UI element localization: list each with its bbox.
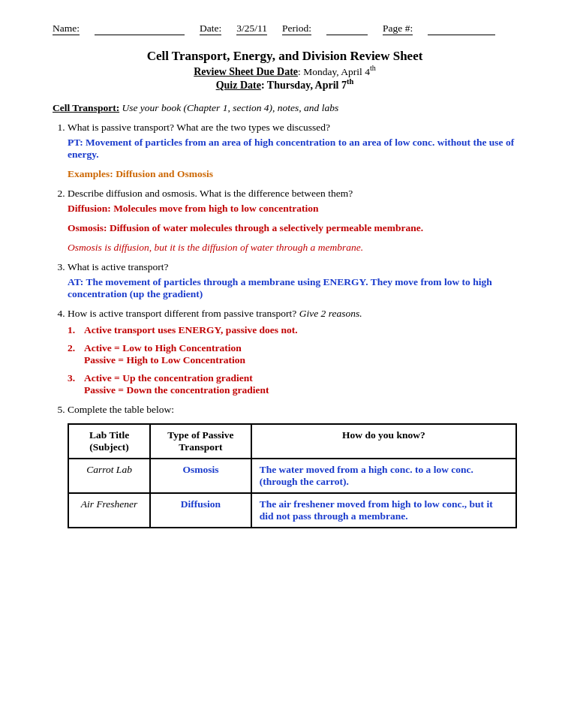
review-due-label: Review Sheet Due Date <box>194 66 298 77</box>
q1-item: What is passive transport? What are the … <box>68 122 517 180</box>
q2-osmosis1: Osmosis: Diffusion of water molecules th… <box>68 222 517 234</box>
col1-header: Lab Title (Subject) <box>68 424 150 459</box>
q4-text: How is active transport different from p… <box>68 308 296 319</box>
section-heading: Cell Transport: <box>53 102 119 113</box>
period-blank <box>326 23 368 35</box>
page-blank <box>428 23 495 35</box>
q4-item: How is active transport different from p… <box>68 308 517 396</box>
row1-how: The water moved from a high conc. to a l… <box>251 459 516 493</box>
q4-a2-line2: Passive = High to Low Concentration <box>84 354 245 366</box>
section-subheading: Use your book (Chapter 1, section 4), no… <box>122 102 339 113</box>
q4-a3-line2: Passive = Down the concentration gradien… <box>84 384 269 396</box>
review-due-sup: th <box>370 64 376 72</box>
header: Name: Date: 3/25/11 Period: Page #: <box>53 23 517 35</box>
row2-how: The air freshener moved from high to low… <box>251 493 516 528</box>
q4-num1: 1. <box>68 324 78 336</box>
q2-diffusion: Diffusion: Molecules move from high to l… <box>68 203 517 215</box>
name-label: Name: <box>53 23 80 35</box>
name-blank <box>95 23 185 35</box>
q4-sub3: 3. Active = Up the concentration gradien… <box>68 372 517 396</box>
q1-text: What is passive transport? What are the … <box>68 122 330 133</box>
q3-item: What is active transport? AT: The moveme… <box>68 261 517 300</box>
row1-transport: Osmosis <box>150 459 251 493</box>
period-label: Period: <box>282 23 311 35</box>
table-row: Carrot Lab Osmosis The water moved from … <box>68 459 516 493</box>
date-value: 3/25/11 <box>236 23 267 35</box>
review-due-line: Review Sheet Due Date: Monday, April 4th <box>53 64 517 78</box>
transport-table: Lab Title (Subject) Type of Passive Tran… <box>68 423 517 528</box>
q1-answer1: PT: Movement of particles from an area o… <box>68 137 517 161</box>
table-header-row: Lab Title (Subject) Type of Passive Tran… <box>68 424 516 459</box>
table-row: Air Freshener Diffusion The air freshene… <box>68 493 516 528</box>
q2-item: Describe diffusion and osmosis. What is … <box>68 188 517 254</box>
q4-a2-line1: Active = Low to High Concentration <box>84 342 245 354</box>
row2-transport: Diffusion <box>150 493 251 528</box>
row1-lab: Carrot Lab <box>68 459 150 493</box>
col3-header: How do you know? <box>251 424 516 459</box>
main-title: Cell Transport, Energy, and Division Rev… <box>53 49 517 64</box>
page-label: Page #: <box>383 23 413 35</box>
main-list: What is passive transport? What are the … <box>68 122 517 528</box>
q4-italic: Give 2 reasons. <box>299 308 362 319</box>
q2-osmosis2: Osmosis is diffusion, but it is the diff… <box>68 242 517 254</box>
col2-header: Type of Passive Transport <box>150 424 251 459</box>
q5-item: Complete the table below: Lab Title (Sub… <box>68 404 517 528</box>
date-label: Date: <box>200 23 221 35</box>
quiz-date-label: Quiz Date: Thursday, April 7th <box>216 80 354 91</box>
q4-num3: 3. <box>68 372 78 396</box>
q4-sub2: 2. Active = Low to High Concentration Pa… <box>68 342 517 366</box>
q1-answer2: Examples: Diffusion and Osmosis <box>68 168 517 180</box>
q4-a1-text: Active transport uses ENERGY, passive do… <box>84 324 298 336</box>
q3-text: What is active transport? <box>68 261 169 272</box>
q4-sub1: 1. Active transport uses ENERGY, passive… <box>68 324 517 336</box>
q5-text: Complete the table below: <box>68 404 174 415</box>
review-due-value: : Monday, April 4 <box>298 66 370 77</box>
title-block: Cell Transport, Energy, and Division Rev… <box>53 49 517 92</box>
q2-text: Describe diffusion and osmosis. What is … <box>68 188 353 199</box>
row2-lab: Air Freshener <box>68 493 150 528</box>
q4-num2: 2. <box>68 342 78 366</box>
section-heading-row: Cell Transport: Use your book (Chapter 1… <box>53 102 517 114</box>
quiz-date-line: Quiz Date: Thursday, April 7th <box>53 78 517 92</box>
q4-a3-line1: Active = Up the concentration gradient <box>84 372 269 384</box>
q3-answer: AT: The movement of particles through a … <box>68 276 517 300</box>
